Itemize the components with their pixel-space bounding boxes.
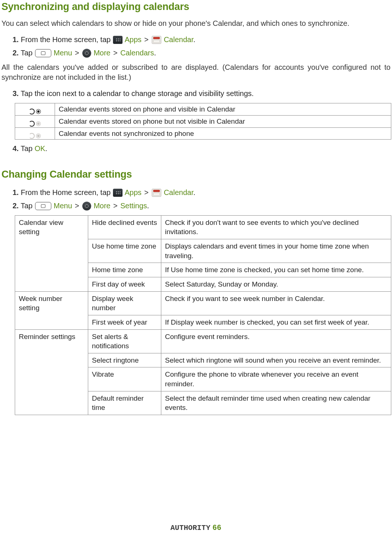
menu-icon <box>35 202 51 210</box>
status-desc: Calendar events stored on phone but not … <box>55 116 391 128</box>
paragraph-added-calendars: All the calendars you've added or subscr… <box>1 62 391 82</box>
option-desc: If Display week number is checked, you c… <box>161 315 391 329</box>
step-text: Tap <box>19 49 35 57</box>
more-icon <box>82 49 91 58</box>
more-link: More <box>92 202 110 210</box>
option-desc: Select the default reminder time used wh… <box>161 391 391 415</box>
breadcrumb-separator: > <box>75 49 79 57</box>
step-text: Tap the icon next to a calendar to chang… <box>19 89 254 97</box>
option-desc: Select which ringtone will sound when yo… <box>161 353 391 367</box>
heading-changing-settings: Changing Calendar settings <box>1 168 391 181</box>
option-name: First day of week <box>88 277 161 292</box>
option-name: Set alerts & notifications <box>88 329 161 353</box>
group-name: Calendar view setting <box>15 215 88 291</box>
period: . <box>193 188 196 196</box>
period: . <box>147 202 149 210</box>
status-desc: Calendar events stored on phone and visi… <box>55 103 391 116</box>
status-icon-cell <box>15 103 55 116</box>
heading-sync: Synchronizing and displaying calendars <box>1 0 391 13</box>
step-1: 1. From the Home screen, tap Apps > Cale… <box>13 186 391 198</box>
step-1: 1. From the Home screen, tap Apps > Cale… <box>13 34 391 45</box>
calendar-link: Calendar <box>162 35 193 44</box>
step-text: Tap <box>19 144 35 153</box>
status-icon-cell <box>15 127 55 140</box>
not-synced-icon <box>28 131 42 137</box>
steps-list-2: 1. From the Home screen, tap Apps > Cale… <box>1 186 391 212</box>
option-desc: Displays calendars and event times in yo… <box>161 239 391 263</box>
step-4: 4. Tap OK. <box>13 143 391 154</box>
group-name: Week number setting <box>15 291 88 329</box>
option-desc: Select Saturday, Sunday or Monday. <box>161 277 391 292</box>
breadcrumb-separator: > <box>113 202 118 210</box>
calendar-icon <box>152 189 161 197</box>
option-name: Hide declined events <box>88 215 161 239</box>
page-footer: AUTHORITY66 <box>0 523 392 533</box>
period: . <box>45 144 48 153</box>
option-desc: If Use home time zone is checked, you ca… <box>161 263 391 277</box>
group-name: Reminder settings <box>15 329 88 415</box>
table-row: Reminder settings Set alerts & notificat… <box>15 329 391 353</box>
step-2: 2. Tap Menu > More > Calendars. <box>13 47 391 59</box>
step-text: Tap <box>19 202 35 210</box>
breadcrumb-separator: > <box>113 49 118 57</box>
option-desc: Configure the phone to vibrate whenever … <box>161 367 391 391</box>
table-row: Calendar events stored on phone but not … <box>15 116 391 128</box>
option-name: First week of year <box>88 315 161 329</box>
calendars-link: Calendars <box>120 49 154 57</box>
option-desc: Configure event reminders. <box>161 329 391 353</box>
table-row: Calendar view setting Hide declined even… <box>15 215 391 239</box>
breadcrumb-separator: > <box>144 35 149 44</box>
option-name: Vibrate <box>88 367 161 391</box>
option-desc: Check if you don't want to see events to… <box>161 215 391 239</box>
menu-icon <box>35 49 51 57</box>
more-icon <box>82 202 91 210</box>
ok-link: OK <box>35 144 45 153</box>
option-name: Display week number <box>88 291 161 315</box>
steps-list-1: 1. From the Home screen, tap Apps > Cale… <box>1 34 391 59</box>
status-icon-cell <box>15 116 55 128</box>
breadcrumb-separator: > <box>75 202 79 210</box>
period: . <box>154 49 156 57</box>
table-row: Calendar events stored on phone and visi… <box>15 103 391 116</box>
step-number: 2. <box>13 49 19 57</box>
sync-visible-icon <box>28 106 42 113</box>
period: . <box>193 35 196 44</box>
more-link: More <box>92 49 110 57</box>
status-icon-table: Calendar events stored on phone and visi… <box>15 103 391 140</box>
settings-link: Settings <box>120 202 147 210</box>
step-number: 2. <box>13 202 19 210</box>
apps-icon <box>113 36 123 44</box>
calendar-icon <box>152 36 161 44</box>
menu-link: Menu <box>54 202 72 210</box>
step-2: 2. Tap Menu > More > Settings. <box>13 200 391 212</box>
option-name: Select ringtone <box>88 353 161 367</box>
step-text: From the Home screen, tap <box>19 35 113 44</box>
status-desc: Calendar events not synchronized to phon… <box>55 127 391 140</box>
option-desc: Check if you want to see week number in … <box>161 291 391 315</box>
menu-link: Menu <box>54 49 72 57</box>
table-row: Week number setting Display week number … <box>15 291 391 315</box>
table-row: Calendar events not synchronized to phon… <box>15 127 391 140</box>
intro-paragraph: You can select which calendars to show o… <box>1 18 391 28</box>
apps-link: Apps <box>125 35 142 44</box>
apps-link: Apps <box>125 188 142 196</box>
footer-brand: AUTHORITY <box>171 524 210 532</box>
calendar-link: Calendar <box>162 188 193 196</box>
option-name: Use home time zone <box>88 239 161 263</box>
settings-table: Calendar view setting Hide declined even… <box>15 215 391 415</box>
apps-icon <box>113 189 123 197</box>
steps-list-1b: 3. Tap the icon next to a calendar to ch… <box>1 88 391 99</box>
option-name: Default reminder time <box>88 391 161 415</box>
step-number: 1. <box>13 35 19 44</box>
option-name: Home time zone <box>88 263 161 277</box>
breadcrumb-separator: > <box>144 188 149 196</box>
step-text: From the Home screen, tap <box>19 188 113 196</box>
sync-hidden-icon <box>28 119 42 125</box>
step-3: 3. Tap the icon next to a calendar to ch… <box>13 88 391 99</box>
step-number: 1. <box>13 188 19 196</box>
page-number: 66 <box>213 523 221 531</box>
step-number: 3. <box>13 89 19 97</box>
steps-list-1c: 4. Tap OK. <box>1 143 391 154</box>
step-number: 4. <box>13 144 19 153</box>
